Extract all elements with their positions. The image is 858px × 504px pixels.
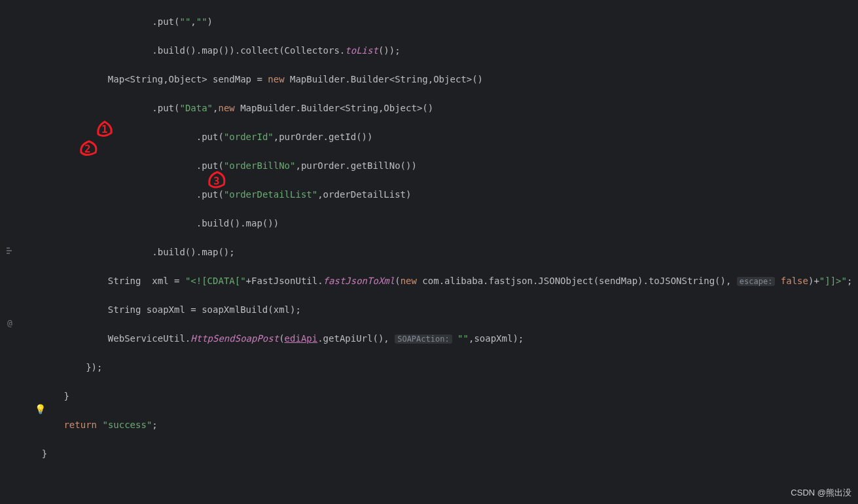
indent (20, 420, 63, 430)
code-text: )+ (808, 276, 819, 286)
code-text: .put( (196, 160, 224, 171)
indent (20, 362, 86, 372)
code-text: }); (86, 362, 102, 372)
code-text (452, 333, 457, 344)
indent (20, 16, 152, 27)
code-text: ; (847, 276, 852, 286)
param-hint: escape: (737, 277, 776, 286)
code-text: .getApiUrl(), (317, 333, 395, 344)
indent (20, 74, 108, 84)
indent (20, 304, 108, 315)
static-method: HttpSendSoapPost (190, 333, 279, 344)
indent (20, 391, 63, 401)
string-literal: "]]>" (819, 276, 847, 286)
code-text: MapBuilder.Builder<String,Object>() (290, 74, 483, 84)
editor-gutter: @ 💡 (0, 0, 20, 504)
code-text: +FastJsonUtil. (246, 276, 323, 286)
string-literal: "orderId" (224, 132, 274, 142)
string-literal: "" (179, 16, 190, 27)
indent (20, 218, 196, 228)
indent (20, 448, 42, 459)
code-text: com.alibaba.fastjson.JSONObject(sendMap)… (422, 276, 736, 286)
code-editor[interactable]: .put("","") .build().map()).collect(Coll… (20, 0, 858, 504)
string-literal: "success" (102, 420, 152, 430)
code-text: ( (395, 276, 400, 286)
keyword: new (268, 74, 290, 84)
indent (20, 189, 196, 200)
code-text: ,soapXml); (469, 333, 524, 344)
static-method: toList (345, 45, 378, 56)
string-literal: "" (457, 333, 469, 344)
keyword: new (401, 276, 423, 286)
code-text: .put( (152, 103, 179, 113)
field-ref: ediApi (285, 333, 318, 344)
keyword: false (781, 276, 808, 286)
code-text: MapBuilder.Builder<String,Object>() (240, 103, 433, 113)
code-text: ()); (378, 45, 401, 56)
indent (20, 103, 152, 113)
code-text (775, 276, 780, 286)
indent (20, 333, 108, 344)
code-text: ( (279, 333, 284, 344)
code-text: ; (152, 420, 157, 430)
string-literal: "" (196, 16, 207, 27)
code-text: ,orderDetailList) (317, 189, 411, 200)
code-text: .put( (152, 16, 179, 27)
string-literal: "Data" (179, 103, 213, 113)
code-text: , (190, 16, 196, 27)
code-text: WebServiceUtil. (108, 333, 190, 344)
code-text: String soapXml = soapXmlBuild(xml); (108, 304, 301, 315)
code-text: } (63, 391, 69, 401)
code-text: ,purOrder.getId()) (274, 132, 373, 142)
keyword: return (63, 420, 102, 430)
code-text: .put( (196, 132, 224, 142)
indent (20, 247, 152, 257)
code-text: ,purOrder.getBillNo()) (295, 160, 416, 171)
string-literal: "orderDetailList" (224, 189, 317, 200)
code-text: } (42, 448, 47, 459)
indent (20, 160, 196, 171)
code-text: .build().map()) (196, 218, 279, 228)
code-text: .build().map()).collect(Collectors. (152, 45, 345, 56)
static-method: fastJsonToXml (323, 276, 395, 286)
code-text: .build().map(); (152, 247, 234, 257)
watermark: CSDN @熊出没 (791, 486, 851, 500)
indent-guide-icon[interactable] (5, 246, 14, 255)
code-text: Map<String,Object> sendMap = (108, 74, 268, 84)
code-text: .put( (196, 189, 224, 200)
string-literal: "orderBillNo" (224, 160, 296, 171)
string-literal: "<![CDATA[" (185, 276, 246, 286)
indent (20, 45, 152, 56)
at-sign-icon[interactable]: @ (5, 319, 14, 328)
indent (20, 276, 108, 286)
keyword: new (218, 103, 240, 113)
code-text: ) (207, 16, 213, 27)
code-text: String xml = (108, 276, 185, 286)
indent (20, 132, 196, 142)
param-hint: SOAPAction: (395, 334, 452, 344)
